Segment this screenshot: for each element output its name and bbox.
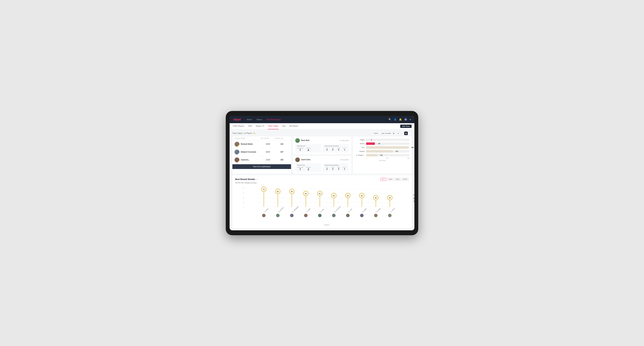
search-icon[interactable]: 🔍: [388, 118, 391, 121]
svg-point-39: [346, 214, 350, 217]
bar-pars: Pars 499: [355, 146, 410, 149]
pc-rounds-title-josh: Total Rounds: [297, 165, 320, 166]
streaks-title-area: Best Round Streaks ←: [235, 178, 259, 181]
filter-putt[interactable]: PUTT: [402, 178, 409, 181]
horizontal-bars: Eagles 3 Birdies 96: [355, 139, 410, 156]
team-header: Team Clippd | 14 Players ✏️ Show Last 3 …: [232, 132, 412, 135]
practice-label-josh: Practice: [306, 167, 310, 168]
bar-track-birdies: 96: [366, 142, 410, 145]
player-count: | 14 Players: [243, 132, 252, 134]
settings-icon[interactable]: ⚙️: [404, 118, 407, 121]
bar-value-bogeys: 311: [396, 151, 398, 152]
team-name: Team Clippd: [232, 132, 242, 134]
subtitle-metric: Fairway Accuracy: [244, 182, 257, 184]
y-8: 8: [235, 187, 244, 189]
edit-icon[interactable]: ✏️: [254, 132, 256, 134]
player-name-3: Cameron...: [241, 159, 250, 161]
tablet-frame: clippd Home Teams My Performance 🔍 👤 🔔 ⚙…: [226, 111, 418, 235]
bar-fill-birdies: 96: [366, 142, 375, 145]
pc-practice-josh: Total Practice Activities OTT 0 APP 0: [323, 163, 349, 172]
grid-view-btn[interactable]: ⊞: [396, 132, 400, 135]
svg-text:B. Ford: B. Ford: [348, 208, 352, 212]
pc-player-info-josh: Josh Coles: [295, 158, 310, 162]
streak-chart-svg: 7x E. Ebert 6x B. McHerg: [245, 186, 409, 217]
pb-score-2: 18/20: [261, 151, 275, 153]
player-info-2: 2 Edward Crossman: [234, 150, 261, 155]
svg-text:3x: 3x: [389, 197, 390, 199]
bar-track-pars: 499: [366, 146, 410, 149]
bell-icon[interactable]: 🔔: [399, 118, 402, 121]
rank-badge-2: 2: [238, 153, 240, 155]
list-view-btn[interactable]: ≡: [400, 132, 404, 135]
chart-axis-title: Total Shots: [355, 160, 410, 161]
player-row-3[interactable]: 3 Cameron... 17/20 103: [232, 156, 291, 164]
nav-icons: 🔍 👤 🔔 ⚙️ ●: [388, 118, 411, 121]
arg-val-josh: 0: [336, 168, 341, 170]
svg-text:6x: 6x: [277, 191, 278, 192]
tournament-label-josh: Tournament: [297, 167, 304, 168]
svg-text:5x: 5x: [319, 193, 320, 194]
svg-point-19: [290, 214, 294, 217]
bar-value-eagles: 3: [371, 139, 372, 141]
chart-x-axis: 0 200 400: [355, 158, 410, 159]
pc-avatar-josh: [295, 158, 300, 162]
bar-label-bogeys: Bogeys: [355, 151, 365, 152]
settings-view-btn[interactable]: ⋮: [408, 132, 412, 135]
rank-badge-3: 3: [238, 161, 240, 162]
bar-value-double-bogeys: 131: [380, 154, 383, 156]
subnav-hcaps[interactable]: Hcaps 1-5: [256, 123, 264, 129]
annotation-arrow-svg: [413, 179, 414, 193]
chart-container: 8 6 4 2 0: [235, 186, 409, 226]
player-row-1[interactable]: 1 Richard Butler 19/20 110: [232, 140, 291, 148]
ott-val-josh: 0: [324, 168, 330, 170]
svg-text:4x: 4x: [347, 195, 348, 197]
bar-chart-card: Eagles 3 Birdies 96: [353, 137, 412, 173]
player-card-josh: Josh Coles 26 Aug 2023 Total Rounds Tour…: [293, 156, 352, 173]
avatar-icon[interactable]: ●: [410, 118, 411, 121]
app-label-josh: APP: [330, 167, 335, 168]
arrow-indicator: ←: [256, 178, 259, 181]
putt-val-josh: 1: [342, 168, 347, 170]
view-leaderboard-button[interactable]: View Full Leaderboard: [232, 164, 291, 169]
pc-header-rees: Rees Britt 02 Sep 2023: [295, 138, 349, 143]
add-team-button[interactable]: Add Team: [400, 125, 412, 128]
nav-teams[interactable]: Teams: [256, 119, 263, 121]
player-row-2[interactable]: 2 Edward Crossman 18/20 107: [232, 148, 291, 156]
subnav-all-players[interactable]: All Players: [289, 123, 298, 129]
player-name-2: Edward Crossman: [241, 151, 256, 153]
leaderboard-card: PLAYER NAME PB SCORE PB AVG SQ 1 Richard…: [232, 137, 291, 173]
period-select[interactable]: Last 3 months: [379, 132, 395, 135]
nav-home[interactable]: Home: [246, 119, 252, 121]
filter-app[interactable]: APP: [387, 178, 394, 181]
streaks-wrapper: Best Round Streaks ← OTT APP ARG PUTT Of…: [232, 175, 412, 228]
pc-rounds-josh: Total Rounds Tournament 7 Practice 2: [295, 163, 321, 172]
filter-arg[interactable]: ARG: [394, 178, 401, 181]
subnav-team-clippd[interactable]: Team Clippd: [268, 123, 278, 129]
pc-player-info-rees: Rees Britt: [295, 138, 310, 143]
y-2: 2: [235, 202, 244, 204]
svg-text:6x: 6x: [291, 191, 292, 192]
svg-point-34: [332, 214, 336, 217]
svg-text:3x: 3x: [375, 197, 376, 199]
subnav-pga[interactable]: PGA: [248, 123, 252, 129]
svg-point-9: [262, 214, 266, 217]
user-icon[interactable]: 👤: [394, 118, 396, 121]
pb-score-3: 17/20: [261, 159, 275, 161]
player-cards-column: Rees Britt 02 Sep 2023 Total Rounds Tour…: [293, 137, 352, 173]
app-val-rees: 0: [330, 149, 335, 151]
streak-filter-buttons: OTT APP ARG PUTT: [380, 178, 409, 181]
nav-bar: clippd Home Teams My Performance 🔍 👤 🔔 ⚙…: [230, 116, 414, 123]
subnav-tour[interactable]: Tour: [282, 123, 286, 129]
nav-my-performance[interactable]: My Performance: [266, 119, 282, 121]
svg-text:7x: 7x: [263, 188, 264, 190]
subnav-pgat[interactable]: PGAT Players: [232, 123, 245, 129]
card-view-btn[interactable]: ▦: [404, 132, 408, 135]
svg-point-24: [304, 214, 308, 217]
pc-header-josh: Josh Coles 26 Aug 2023: [295, 158, 349, 162]
arg-val-rees: 0: [336, 149, 341, 151]
putt-label-rees: PUTT: [342, 148, 347, 149]
pb-score-1: 19/20: [261, 143, 275, 145]
x-label-200: 200: [386, 158, 388, 159]
filter-ott[interactable]: OTT: [380, 178, 386, 181]
player-card-rees: Rees Britt 02 Sep 2023 Total Rounds Tour…: [293, 137, 352, 154]
